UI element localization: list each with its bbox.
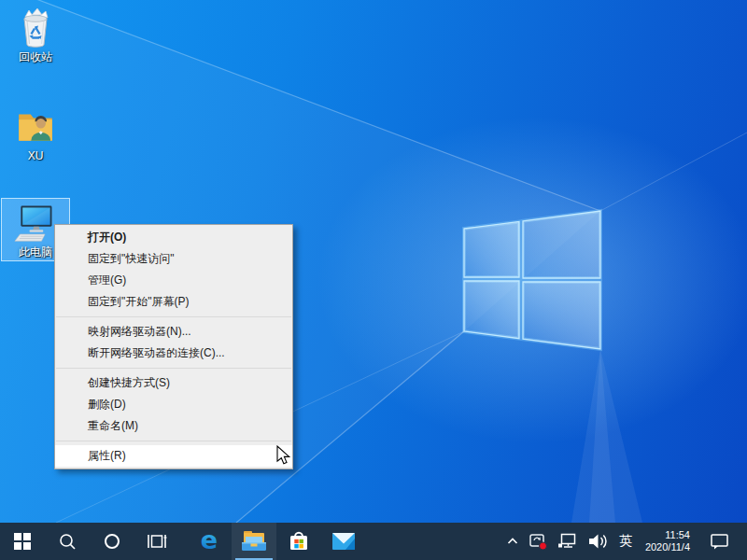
mouse-cursor <box>276 445 293 466</box>
taskbar-gap <box>179 523 187 560</box>
cortana-button[interactable] <box>90 523 134 560</box>
menu-item-map-network-drive[interactable]: 映射网络驱动器(N)... <box>55 321 292 343</box>
network-button[interactable] <box>553 523 583 560</box>
menu-item-open[interactable]: 打开(O) <box>55 227 292 248</box>
start-button[interactable] <box>0 523 45 560</box>
menu-separator <box>56 441 291 441</box>
menu-item-delete[interactable]: 删除(D) <box>55 394 292 415</box>
recycle-bin-icon <box>14 7 57 49</box>
desktop-icon-user-folder[interactable]: XU <box>2 103 69 164</box>
edge-icon: e <box>196 528 222 554</box>
notification-dot <box>539 542 546 550</box>
context-menu: 打开(O)固定到"快速访问"管理(G)固定到"开始"屏幕(P)映射网络驱动器(N… <box>54 224 293 469</box>
menu-separator <box>56 316 291 317</box>
menu-item-create-shortcut[interactable]: 创建快捷方式(S) <box>55 372 292 394</box>
user-folder-icon <box>14 105 57 148</box>
speaker-icon <box>587 533 609 550</box>
menu-item-pin-to-start[interactable]: 固定到"开始"屏幕(P) <box>55 291 292 313</box>
mail-button[interactable] <box>321 523 366 560</box>
ime-indicator[interactable]: 英 <box>613 523 638 560</box>
file-explorer-button[interactable] <box>232 523 276 560</box>
menu-separator <box>56 368 291 369</box>
windows-logo-icon <box>14 533 31 550</box>
menu-item-rename[interactable]: 重命名(M) <box>55 415 292 437</box>
desktop-icon-label: XU <box>28 149 44 162</box>
network-icon <box>557 533 578 550</box>
windows-desktop-screen: 回收站 XU <box>0 0 747 560</box>
desktop-icon-label: 此电脑 <box>19 245 52 259</box>
tray-app-button[interactable] <box>524 523 553 560</box>
desktop-icon-recycle-bin[interactable]: 回收站 <box>2 4 69 65</box>
taskbar: e <box>0 523 747 560</box>
microsoft-store-button[interactable] <box>276 523 321 560</box>
cortana-ring-icon <box>103 532 121 551</box>
svg-text:e: e <box>201 528 218 554</box>
action-center-icon <box>710 533 729 550</box>
edge-button[interactable]: e <box>187 523 232 560</box>
microsoft-store-icon <box>287 529 311 553</box>
system-tray: 英 11:54 2020/11/4 <box>501 523 747 560</box>
taskbar-clock[interactable]: 11:54 2020/11/4 <box>638 523 698 560</box>
clock-date: 2020/11/4 <box>645 541 690 553</box>
hidden-icons-button[interactable] <box>501 523 524 560</box>
tray-app-icon <box>529 532 548 551</box>
file-explorer-icon <box>241 530 267 553</box>
taskbar-empty-area[interactable] <box>366 523 501 560</box>
menu-item-properties[interactable]: 属性(R) <box>55 445 292 467</box>
search-button[interactable] <box>45 523 90 560</box>
search-icon <box>58 532 77 551</box>
clock-time: 11:54 <box>645 529 690 541</box>
menu-item-disconnect-network-drive[interactable]: 断开网络驱动器的连接(C)... <box>55 343 292 364</box>
menu-item-manage[interactable]: 管理(G) <box>55 270 292 291</box>
action-center-button[interactable] <box>698 523 741 560</box>
chevron-up-icon <box>506 535 519 548</box>
task-view-button[interactable] <box>134 523 179 560</box>
this-pc-icon <box>14 202 57 245</box>
desktop-icon-label: 回收站 <box>19 50 52 63</box>
mail-icon <box>331 531 356 552</box>
volume-button[interactable] <box>583 523 613 560</box>
menu-item-pin-to-quick-access[interactable]: 固定到"快速访问" <box>55 248 292 270</box>
task-view-icon <box>147 532 167 551</box>
